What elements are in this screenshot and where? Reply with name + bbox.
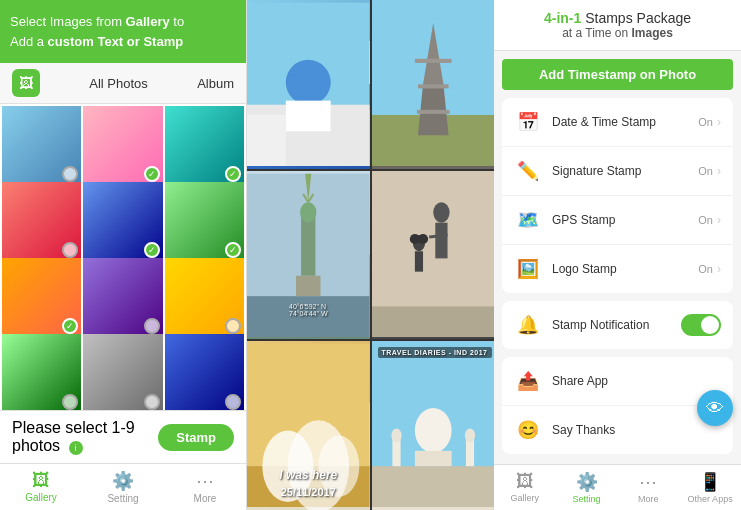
date-time-status: On	[698, 116, 713, 128]
svg-point-42	[464, 429, 474, 443]
logo-status: On	[698, 263, 713, 275]
svg-rect-36	[372, 466, 495, 507]
nav-gallery[interactable]: 🖼 Gallery	[0, 468, 82, 506]
showcase-disney: ColumbiaStudios	[372, 171, 495, 340]
svg-rect-24	[435, 222, 447, 258]
svg-rect-38	[414, 451, 451, 466]
check-7: ✓	[62, 318, 78, 334]
svg-rect-15	[301, 214, 315, 275]
photo-cell-7[interactable]: ✓	[2, 258, 81, 337]
showcase-sydney: I was here 25/11/2017	[247, 341, 370, 510]
gps-coords: 40°6'592" N74°04'44" W	[289, 303, 328, 317]
tab-album[interactable]: Album	[197, 76, 234, 91]
sydney-text2: 25/11/2017	[281, 486, 336, 498]
settings-nav-gallery[interactable]: 🖼 Gallery	[494, 469, 556, 506]
eye-icon: 👁	[706, 398, 724, 419]
gps-stamp-row[interactable]: 🗺️ GPS Stamp On ›	[502, 196, 733, 245]
check-3: ✓	[225, 166, 241, 182]
signature-icon: ✏️	[514, 157, 542, 185]
svg-rect-20	[296, 275, 321, 295]
svg-rect-26	[414, 251, 422, 271]
add-timestamp-bar[interactable]: Add Timestamp on Photo	[502, 59, 733, 90]
photo-cell-2[interactable]: ✓	[83, 106, 162, 185]
photo-cell-11[interactable]	[83, 334, 162, 410]
svg-rect-4	[247, 115, 286, 166]
gallery-panel: Select Images from Gallery to Add a cust…	[0, 0, 247, 510]
photo-cell-12[interactable]	[165, 334, 244, 410]
share-icon: 📤	[514, 367, 542, 395]
sydney-illustration	[247, 341, 370, 510]
svg-rect-3	[286, 101, 331, 132]
showcase-tajmahal: Travel Diaries - IND 2017	[372, 341, 495, 510]
more-nav-icon: ⋯	[196, 470, 214, 492]
check-9	[225, 318, 241, 334]
gallery-footer: Please select 1-9 photos i Stamp	[0, 410, 246, 463]
tab-all-photos[interactable]: All Photos	[89, 76, 148, 91]
signature-status: On	[698, 165, 713, 177]
photo-cell-10[interactable]	[2, 334, 81, 410]
photo-cell-1[interactable]	[2, 106, 81, 185]
svg-rect-12	[416, 110, 449, 114]
footer-hint: Please select 1-9 photos i	[12, 419, 158, 455]
photo-cell-9[interactable]	[165, 258, 244, 337]
check-11	[144, 394, 160, 410]
settings-bottom-nav: 🖼 Gallery ⚙️ Setting ⋯ More 📱 Other Apps	[494, 464, 741, 510]
settings-nav-other[interactable]: 📱 Other Apps	[679, 469, 741, 506]
info-badge: i	[69, 441, 83, 455]
nav-more[interactable]: ⋯ More	[164, 468, 246, 506]
settings-setting-icon: ⚙️	[576, 471, 598, 493]
settings-nav-more[interactable]: ⋯ More	[618, 469, 680, 506]
setting-nav-icon: ⚙️	[112, 470, 134, 492]
nav-setting[interactable]: ⚙️ Setting	[82, 468, 164, 506]
check-6: ✓	[225, 242, 241, 258]
date-time-stamp-row[interactable]: 📅 Date & Time Stamp On ›	[502, 98, 733, 147]
logo-stamp-row[interactable]: 🖼️ Logo Stamp On ›	[502, 245, 733, 293]
notification-label: Stamp Notification	[552, 318, 681, 332]
settings-content: Add Timestamp on Photo 📅 Date & Time Sta…	[494, 51, 741, 464]
notification-toggle[interactable]	[681, 314, 721, 336]
date-time-chevron: ›	[717, 115, 721, 129]
photo-cell-4[interactable]	[2, 182, 81, 261]
check-5: ✓	[144, 242, 160, 258]
check-12	[225, 394, 241, 410]
photo-cell-5[interactable]: ✓	[83, 182, 162, 261]
photo-cell-8[interactable]	[83, 258, 162, 337]
photo-cell-3[interactable]: ✓	[165, 106, 244, 185]
settings-gallery-icon: 🖼	[516, 471, 534, 492]
svg-line-29	[429, 235, 447, 237]
signature-stamp-row[interactable]: ✏️ Signature Stamp On ›	[502, 147, 733, 196]
logo-chevron: ›	[717, 262, 721, 276]
check-10	[62, 394, 78, 410]
thanks-icon: 😊	[514, 416, 542, 444]
settings-title-main: 4-in-1 Stamps Package	[504, 10, 731, 26]
photo-cell-6[interactable]: ✓	[165, 182, 244, 261]
gps-label: GPS Stamp	[552, 213, 698, 227]
svg-rect-22	[372, 306, 495, 337]
signature-label: Signature Stamp	[552, 164, 698, 178]
tajmahal-label: Travel Diaries - IND 2017	[378, 347, 492, 358]
settings-nav-setting[interactable]: ⚙️ Setting	[556, 469, 618, 506]
check-4	[62, 242, 78, 258]
fab-button[interactable]: 👁	[697, 390, 733, 426]
svg-rect-10	[414, 59, 451, 63]
gallery-icon[interactable]: 🖼	[12, 69, 40, 97]
stamp-button[interactable]: Stamp	[158, 424, 234, 451]
map-icon: 🗺️	[514, 206, 542, 234]
svg-point-23	[433, 202, 449, 222]
showcase-liberty: 40°6'592" N74°04'44" W	[247, 171, 370, 340]
logo-label: Logo Stamp	[552, 262, 698, 276]
notification-group: 🔔 Stamp Notification	[502, 301, 733, 349]
photo-grid: ✓ ✓ ✓ ✓ ✓	[0, 104, 246, 410]
signature-chevron: ›	[717, 164, 721, 178]
svg-rect-11	[417, 84, 448, 88]
gallery-header-text: Select Images from Gallery to Add a cust…	[10, 14, 184, 49]
sydney-text1: I was here	[279, 468, 337, 482]
gps-chevron: ›	[717, 213, 721, 227]
settings-header: 4-in-1 Stamps Package at a Time on Image…	[494, 0, 741, 51]
share-label: Share App	[552, 374, 721, 388]
santorini-illustration	[247, 0, 370, 169]
gallery-bottom-nav: 🖼 Gallery ⚙️ Setting ⋯ More	[0, 463, 246, 510]
date-time-label: Date & Time Stamp	[552, 115, 698, 129]
showcase-santorini: Santorini, Top Point	[247, 0, 370, 169]
stamp-notification-row[interactable]: 🔔 Stamp Notification	[502, 301, 733, 349]
